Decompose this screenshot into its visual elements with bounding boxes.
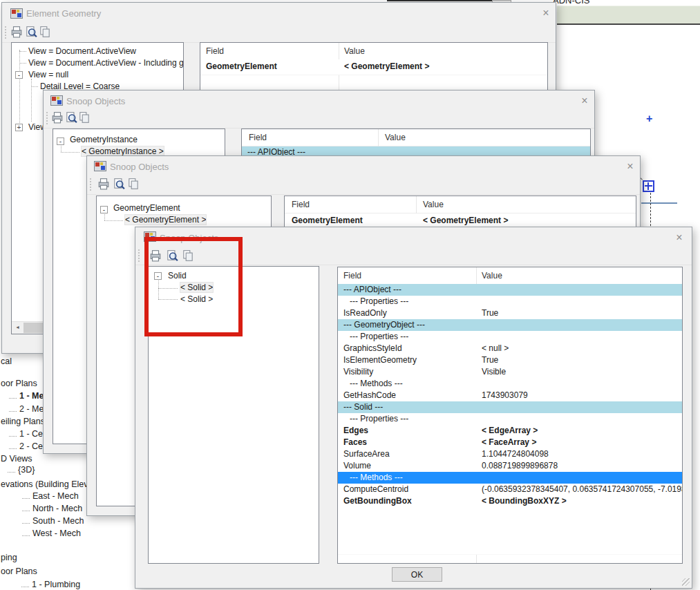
copy-button[interactable] bbox=[39, 26, 53, 39]
field-value-panel: Field Value --- APIObject --- --- Proper… bbox=[337, 267, 683, 564]
window-title: Element Geometry bbox=[26, 8, 101, 19]
close-icon[interactable]: × bbox=[672, 231, 686, 245]
close-icon[interactable]: × bbox=[578, 94, 592, 108]
browser-item[interactable]: evations (Building Eleva bbox=[1, 479, 93, 489]
field-row[interactable]: --- Properties --- bbox=[338, 413, 682, 426]
collapse-icon[interactable]: - bbox=[15, 71, 23, 79]
field-row[interactable]: IsElementGeometryTrue bbox=[338, 354, 682, 367]
field-row[interactable]: --- Properties --- bbox=[338, 331, 682, 343]
copy-icon bbox=[39, 26, 51, 38]
print-preview-button[interactable] bbox=[65, 111, 79, 125]
field-row[interactable]: IsReadOnlyTrue bbox=[338, 307, 682, 320]
field-column-header[interactable]: Field bbox=[292, 200, 310, 209]
close-icon[interactable]: × bbox=[539, 6, 553, 20]
ok-button[interactable]: OK bbox=[392, 567, 442, 582]
print-button[interactable] bbox=[97, 178, 111, 191]
field-row-section[interactable]: --- Solid --- bbox=[338, 401, 682, 414]
toolbar bbox=[2, 23, 556, 43]
grid-header[interactable]: Field Value bbox=[200, 43, 547, 60]
form-icon bbox=[94, 161, 106, 171]
field-row[interactable]: ComputeCentroid(-0.0635932378345407, 0.0… bbox=[338, 484, 682, 496]
browser-item[interactable]: West - Mech bbox=[22, 529, 81, 538]
browser-item[interactable]: 1 - Plumbing bbox=[21, 580, 80, 589]
field-row[interactable]: GraphicsStyleId< null > bbox=[338, 343, 682, 355]
tree-item[interactable]: GeometryInstance bbox=[70, 135, 138, 144]
field-column-header[interactable]: Field bbox=[343, 271, 361, 280]
empty-row bbox=[338, 542, 682, 555]
browser-item[interactable]: oor Plans bbox=[1, 567, 37, 576]
value-column-header[interactable]: Value bbox=[482, 271, 502, 280]
field-row[interactable]: GetHashCode1743903079 bbox=[338, 390, 682, 402]
field-row[interactable]: VisibilityVisible bbox=[338, 366, 682, 379]
grid-header[interactable]: Field Value bbox=[338, 267, 682, 285]
value-column-header[interactable]: Value bbox=[385, 133, 406, 142]
field-row-section[interactable]: --- GeometryObject --- bbox=[338, 319, 682, 332]
field-row-section[interactable]: --- APIObject --- bbox=[338, 284, 682, 296]
grid-header[interactable]: Field Value bbox=[242, 129, 590, 146]
titlebar[interactable]: Snoop Objects × bbox=[44, 91, 594, 111]
field-column-header[interactable]: Field bbox=[249, 133, 267, 142]
tree-item[interactable]: View = Document.ActiveView - Including g… bbox=[28, 58, 184, 68]
drawing-cross-mark: + bbox=[646, 113, 652, 125]
print-button[interactable] bbox=[51, 111, 65, 125]
field-row[interactable]: GetBoundingBox< BoundingBoxXYZ > bbox=[338, 495, 682, 508]
tree-item[interactable]: GeometryElement bbox=[113, 203, 180, 213]
resize-grip[interactable] bbox=[682, 578, 690, 586]
tree-branch bbox=[8, 468, 15, 473]
connector-symbol bbox=[643, 180, 654, 192]
schedule-header-underline bbox=[557, 23, 700, 25]
print-preview-icon bbox=[65, 111, 77, 124]
print-preview-button[interactable] bbox=[25, 26, 39, 39]
collapse-icon[interactable]: - bbox=[57, 137, 64, 145]
tree-item-selected[interactable]: < GeometryInstance > bbox=[82, 146, 164, 156]
drawing-corner-label: ADN-CIS bbox=[553, 0, 589, 6]
field-row[interactable]: Faces< FaceArray > bbox=[338, 437, 682, 449]
browser-item[interactable]: eiling Plans bbox=[1, 417, 45, 426]
field-row[interactable]: --- Properties --- bbox=[338, 296, 682, 308]
copy-button[interactable] bbox=[78, 111, 92, 125]
toolbar-grip bbox=[46, 112, 48, 124]
print-preview-button[interactable] bbox=[113, 178, 126, 191]
value-column-header[interactable]: Value bbox=[344, 46, 365, 56]
print-button[interactable] bbox=[10, 26, 24, 39]
window-title: Snoop Objects bbox=[110, 162, 169, 172]
tree-line bbox=[19, 63, 26, 64]
tree-item-selected[interactable]: < GeometryElement > bbox=[125, 215, 206, 225]
expand-icon[interactable]: + bbox=[15, 124, 23, 131]
field-row[interactable]: Volume0.088719899896878 bbox=[338, 460, 682, 473]
tree-item[interactable]: View = Document.ActiveView bbox=[28, 46, 136, 56]
browser-item[interactable]: D Views bbox=[1, 454, 32, 464]
tree-item[interactable]: View = null bbox=[28, 70, 68, 79]
field-row[interactable]: --- Methods --- bbox=[338, 378, 682, 390]
tree-branch bbox=[22, 520, 30, 524]
printer-icon bbox=[51, 111, 64, 124]
browser-item[interactable]: {3D} bbox=[8, 465, 35, 475]
window-title: Snoop Objects bbox=[66, 96, 125, 106]
field-row[interactable]: Edges< EdgeArray > bbox=[338, 425, 682, 437]
form-icon bbox=[50, 95, 63, 106]
titlebar[interactable]: Snoop Objects × bbox=[87, 156, 640, 177]
grid-header[interactable]: Field Value bbox=[285, 196, 636, 213]
browser-item[interactable]: oor Plans bbox=[1, 379, 37, 388]
browser-item[interactable]: ping bbox=[1, 553, 17, 562]
close-icon[interactable]: × bbox=[623, 160, 637, 173]
browser-item[interactable]: North - Mech bbox=[22, 504, 82, 513]
value-column-header[interactable]: Value bbox=[423, 200, 444, 209]
browser-item[interactable]: South - Mech bbox=[22, 516, 84, 526]
field-row[interactable]: GeometryElement < GeometryElement > bbox=[200, 59, 547, 75]
browser-item[interactable]: East - Mech bbox=[22, 491, 79, 501]
tree-branch bbox=[9, 408, 17, 412]
scroll-left-icon[interactable]: ◄ bbox=[12, 322, 23, 333]
browser-item[interactable]: cal bbox=[1, 356, 12, 366]
tree-branch bbox=[22, 532, 30, 536]
collapse-icon[interactable]: - bbox=[100, 206, 108, 213]
copy-button[interactable] bbox=[127, 178, 141, 191]
tree-branch bbox=[9, 394, 17, 399]
toolbar-grip bbox=[138, 249, 140, 262]
field-column-header[interactable]: Field bbox=[206, 46, 224, 56]
field-row-selected[interactable]: --- Methods --- bbox=[338, 472, 682, 484]
titlebar[interactable]: Element Geometry × bbox=[2, 3, 556, 23]
background-drawing-line bbox=[387, 0, 492, 1]
print-preview-icon bbox=[113, 178, 125, 190]
field-row[interactable]: SurfaceArea1.1044724804098 bbox=[338, 448, 682, 461]
